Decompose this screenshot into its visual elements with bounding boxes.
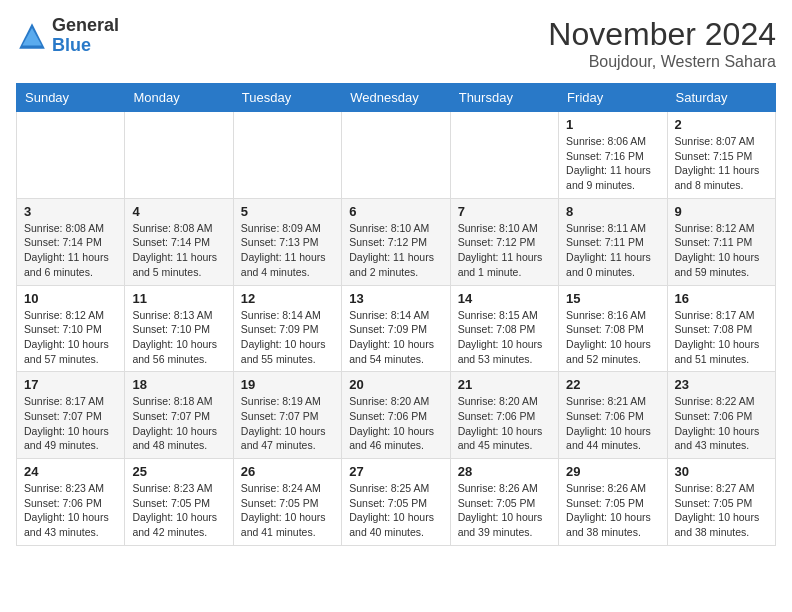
calendar-cell: 21Sunrise: 8:20 AM Sunset: 7:06 PM Dayli…	[450, 372, 558, 459]
day-info: Sunrise: 8:14 AM Sunset: 7:09 PM Dayligh…	[349, 308, 442, 367]
calendar-header-row: SundayMondayTuesdayWednesdayThursdayFrid…	[17, 84, 776, 112]
day-info: Sunrise: 8:18 AM Sunset: 7:07 PM Dayligh…	[132, 394, 225, 453]
column-header-tuesday: Tuesday	[233, 84, 341, 112]
day-info: Sunrise: 8:19 AM Sunset: 7:07 PM Dayligh…	[241, 394, 334, 453]
day-info: Sunrise: 8:21 AM Sunset: 7:06 PM Dayligh…	[566, 394, 659, 453]
day-number: 27	[349, 464, 442, 479]
day-info: Sunrise: 8:23 AM Sunset: 7:06 PM Dayligh…	[24, 481, 117, 540]
day-number: 20	[349, 377, 442, 392]
day-number: 12	[241, 291, 334, 306]
calendar-cell: 14Sunrise: 8:15 AM Sunset: 7:08 PM Dayli…	[450, 285, 558, 372]
day-info: Sunrise: 8:06 AM Sunset: 7:16 PM Dayligh…	[566, 134, 659, 193]
day-number: 21	[458, 377, 551, 392]
day-info: Sunrise: 8:12 AM Sunset: 7:11 PM Dayligh…	[675, 221, 768, 280]
day-info: Sunrise: 8:24 AM Sunset: 7:05 PM Dayligh…	[241, 481, 334, 540]
day-number: 23	[675, 377, 768, 392]
column-header-sunday: Sunday	[17, 84, 125, 112]
calendar-cell: 23Sunrise: 8:22 AM Sunset: 7:06 PM Dayli…	[667, 372, 775, 459]
calendar-cell	[17, 112, 125, 199]
day-number: 14	[458, 291, 551, 306]
day-info: Sunrise: 8:08 AM Sunset: 7:14 PM Dayligh…	[132, 221, 225, 280]
day-info: Sunrise: 8:10 AM Sunset: 7:12 PM Dayligh…	[458, 221, 551, 280]
day-number: 16	[675, 291, 768, 306]
day-info: Sunrise: 8:22 AM Sunset: 7:06 PM Dayligh…	[675, 394, 768, 453]
day-number: 2	[675, 117, 768, 132]
day-number: 4	[132, 204, 225, 219]
day-number: 28	[458, 464, 551, 479]
day-number: 13	[349, 291, 442, 306]
day-number: 10	[24, 291, 117, 306]
day-info: Sunrise: 8:17 AM Sunset: 7:08 PM Dayligh…	[675, 308, 768, 367]
calendar-week-row: 24Sunrise: 8:23 AM Sunset: 7:06 PM Dayli…	[17, 459, 776, 546]
day-number: 29	[566, 464, 659, 479]
day-info: Sunrise: 8:17 AM Sunset: 7:07 PM Dayligh…	[24, 394, 117, 453]
day-info: Sunrise: 8:26 AM Sunset: 7:05 PM Dayligh…	[458, 481, 551, 540]
day-number: 11	[132, 291, 225, 306]
day-info: Sunrise: 8:13 AM Sunset: 7:10 PM Dayligh…	[132, 308, 225, 367]
calendar-cell: 3Sunrise: 8:08 AM Sunset: 7:14 PM Daylig…	[17, 198, 125, 285]
calendar-cell: 2Sunrise: 8:07 AM Sunset: 7:15 PM Daylig…	[667, 112, 775, 199]
calendar-cell	[125, 112, 233, 199]
calendar-cell: 13Sunrise: 8:14 AM Sunset: 7:09 PM Dayli…	[342, 285, 450, 372]
calendar-cell: 25Sunrise: 8:23 AM Sunset: 7:05 PM Dayli…	[125, 459, 233, 546]
calendar-cell: 8Sunrise: 8:11 AM Sunset: 7:11 PM Daylig…	[559, 198, 667, 285]
column-header-friday: Friday	[559, 84, 667, 112]
calendar-cell	[233, 112, 341, 199]
logo-text: General Blue	[52, 16, 119, 56]
day-number: 17	[24, 377, 117, 392]
month-title: November 2024	[548, 16, 776, 53]
day-number: 6	[349, 204, 442, 219]
calendar-cell	[450, 112, 558, 199]
calendar-cell: 26Sunrise: 8:24 AM Sunset: 7:05 PM Dayli…	[233, 459, 341, 546]
calendar-cell: 18Sunrise: 8:18 AM Sunset: 7:07 PM Dayli…	[125, 372, 233, 459]
calendar-week-row: 1Sunrise: 8:06 AM Sunset: 7:16 PM Daylig…	[17, 112, 776, 199]
calendar-cell: 12Sunrise: 8:14 AM Sunset: 7:09 PM Dayli…	[233, 285, 341, 372]
day-number: 25	[132, 464, 225, 479]
calendar-cell: 22Sunrise: 8:21 AM Sunset: 7:06 PM Dayli…	[559, 372, 667, 459]
day-info: Sunrise: 8:26 AM Sunset: 7:05 PM Dayligh…	[566, 481, 659, 540]
day-info: Sunrise: 8:20 AM Sunset: 7:06 PM Dayligh…	[458, 394, 551, 453]
calendar-cell: 10Sunrise: 8:12 AM Sunset: 7:10 PM Dayli…	[17, 285, 125, 372]
day-number: 19	[241, 377, 334, 392]
day-number: 18	[132, 377, 225, 392]
column-header-wednesday: Wednesday	[342, 84, 450, 112]
calendar-cell: 17Sunrise: 8:17 AM Sunset: 7:07 PM Dayli…	[17, 372, 125, 459]
title-block: November 2024 Boujdour, Western Sahara	[548, 16, 776, 71]
calendar-cell: 27Sunrise: 8:25 AM Sunset: 7:05 PM Dayli…	[342, 459, 450, 546]
day-info: Sunrise: 8:12 AM Sunset: 7:10 PM Dayligh…	[24, 308, 117, 367]
day-number: 5	[241, 204, 334, 219]
day-number: 15	[566, 291, 659, 306]
day-info: Sunrise: 8:08 AM Sunset: 7:14 PM Dayligh…	[24, 221, 117, 280]
calendar-cell: 19Sunrise: 8:19 AM Sunset: 7:07 PM Dayli…	[233, 372, 341, 459]
calendar-week-row: 10Sunrise: 8:12 AM Sunset: 7:10 PM Dayli…	[17, 285, 776, 372]
logo: General Blue	[16, 16, 119, 56]
calendar-table: SundayMondayTuesdayWednesdayThursdayFrid…	[16, 83, 776, 546]
calendar-cell: 7Sunrise: 8:10 AM Sunset: 7:12 PM Daylig…	[450, 198, 558, 285]
calendar-week-row: 17Sunrise: 8:17 AM Sunset: 7:07 PM Dayli…	[17, 372, 776, 459]
day-number: 30	[675, 464, 768, 479]
location: Boujdour, Western Sahara	[548, 53, 776, 71]
day-info: Sunrise: 8:15 AM Sunset: 7:08 PM Dayligh…	[458, 308, 551, 367]
day-number: 24	[24, 464, 117, 479]
column-header-thursday: Thursday	[450, 84, 558, 112]
calendar-cell: 15Sunrise: 8:16 AM Sunset: 7:08 PM Dayli…	[559, 285, 667, 372]
day-info: Sunrise: 8:23 AM Sunset: 7:05 PM Dayligh…	[132, 481, 225, 540]
day-number: 1	[566, 117, 659, 132]
calendar-week-row: 3Sunrise: 8:08 AM Sunset: 7:14 PM Daylig…	[17, 198, 776, 285]
calendar-cell: 11Sunrise: 8:13 AM Sunset: 7:10 PM Dayli…	[125, 285, 233, 372]
day-number: 8	[566, 204, 659, 219]
calendar-cell: 28Sunrise: 8:26 AM Sunset: 7:05 PM Dayli…	[450, 459, 558, 546]
day-number: 9	[675, 204, 768, 219]
column-header-monday: Monday	[125, 84, 233, 112]
calendar-cell: 4Sunrise: 8:08 AM Sunset: 7:14 PM Daylig…	[125, 198, 233, 285]
calendar-cell: 29Sunrise: 8:26 AM Sunset: 7:05 PM Dayli…	[559, 459, 667, 546]
day-info: Sunrise: 8:09 AM Sunset: 7:13 PM Dayligh…	[241, 221, 334, 280]
day-info: Sunrise: 8:25 AM Sunset: 7:05 PM Dayligh…	[349, 481, 442, 540]
day-info: Sunrise: 8:14 AM Sunset: 7:09 PM Dayligh…	[241, 308, 334, 367]
calendar-cell: 9Sunrise: 8:12 AM Sunset: 7:11 PM Daylig…	[667, 198, 775, 285]
day-number: 22	[566, 377, 659, 392]
day-info: Sunrise: 8:20 AM Sunset: 7:06 PM Dayligh…	[349, 394, 442, 453]
day-info: Sunrise: 8:27 AM Sunset: 7:05 PM Dayligh…	[675, 481, 768, 540]
day-info: Sunrise: 8:07 AM Sunset: 7:15 PM Dayligh…	[675, 134, 768, 193]
calendar-cell: 6Sunrise: 8:10 AM Sunset: 7:12 PM Daylig…	[342, 198, 450, 285]
